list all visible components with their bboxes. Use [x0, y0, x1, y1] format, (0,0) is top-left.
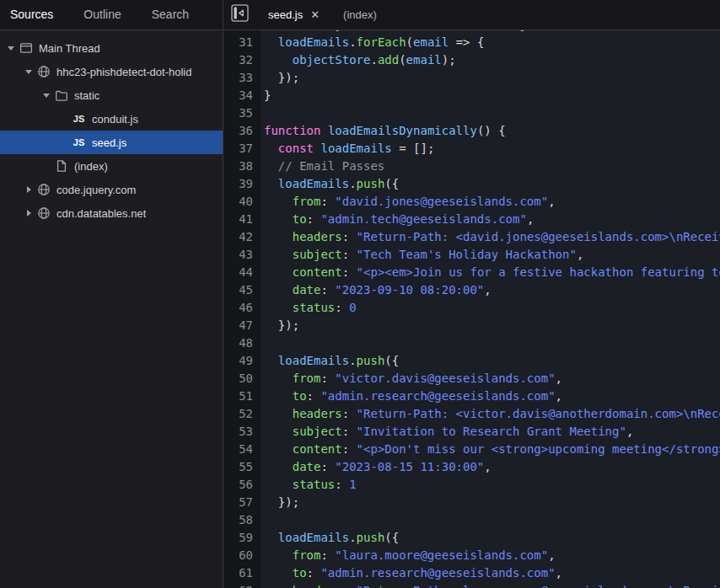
code-line[interactable]: to: "admin.research@geeseislands.com",	[261, 388, 562, 405]
code-token	[320, 124, 327, 137]
file-tab-index[interactable]: (index)	[331, 0, 389, 29]
line-number[interactable]: 37	[223, 140, 261, 158]
line-number[interactable]: 31	[223, 34, 261, 51]
code-token	[264, 301, 293, 314]
sidebar-item-hhc23-phishdetect-dot-holid[interactable]: hhc23-phishdetect-dot-holid	[0, 60, 223, 83]
line-number[interactable]: 36	[223, 122, 261, 140]
line-number[interactable]: 43	[223, 246, 261, 264]
code-line[interactable]: date: "2023-08-15 11:30:00",	[261, 458, 492, 476]
code-line[interactable]: to: "admin.tech@geeseislands.com",	[261, 211, 534, 228]
line-number[interactable]: 62	[223, 582, 261, 588]
line-number[interactable]: 59	[223, 529, 261, 547]
panel-tab-sources[interactable]: Sources	[0, 0, 68, 29]
code-line[interactable]: loadEmails.forEach(email => {	[261, 34, 484, 51]
line-number[interactable]: 50	[223, 370, 261, 388]
code-token	[264, 177, 278, 190]
line-number[interactable]: 46	[223, 299, 261, 317]
line-number[interactable]: 57	[223, 494, 261, 511]
code-editor[interactable]: 30 const objectStore = transaction.objec…	[223, 30, 720, 588]
line-number[interactable]: 49	[223, 352, 261, 370]
code-line[interactable]: loadEmails.push({	[261, 175, 399, 193]
code-line[interactable]: loadEmails.push({	[261, 352, 399, 370]
code-line[interactable]: headers: "Return-Path: <victor.davis@ano…	[261, 405, 720, 423]
sidebar-item-cdn-datatables-net[interactable]: cdn.datatables.net	[0, 201, 223, 225]
code-line[interactable]: }	[261, 87, 271, 104]
code-line[interactable]: from: "david.jones@geeseislands.com",	[261, 193, 556, 211]
code-token: ({	[384, 531, 399, 544]
code-line[interactable]: // Email Passes	[261, 158, 384, 175]
line-number[interactable]: 54	[223, 441, 261, 458]
sidebar-item-code-jquery-com[interactable]: code.jquery.com	[0, 178, 223, 201]
line-number[interactable]: 41	[223, 211, 261, 228]
code-line[interactable]: content: "<p>Don't miss our <strong>upco…	[261, 441, 720, 458]
line-number[interactable]: 34	[223, 87, 261, 104]
close-tab-icon[interactable]: ✕	[310, 9, 320, 20]
code-line[interactable]	[261, 511, 264, 529]
line-number[interactable]: 61	[223, 564, 261, 582]
code-line[interactable]: });	[261, 494, 299, 511]
file-tab-seed-js[interactable]: seed.js✕	[256, 0, 331, 29]
sidebar-item-seed-js[interactable]: JSseed.js	[0, 131, 223, 154]
chevron-down-icon[interactable]	[21, 65, 36, 78]
line-number[interactable]: 52	[223, 405, 261, 423]
sidebar-item-conduit-js[interactable]: JSconduit.js	[0, 107, 223, 131]
sidebar-item-index[interactable]: (index)	[0, 154, 223, 178]
line-number[interactable]: 56	[223, 476, 261, 494]
code-line[interactable]: status: 1	[261, 476, 357, 494]
code-line[interactable]: date: "2023-09-10 08:20:00",	[261, 281, 492, 299]
line-number[interactable]: 51	[223, 388, 261, 405]
code-line[interactable]: });	[261, 317, 299, 334]
code-token: headers	[293, 230, 342, 243]
sidebar-item-main-thread[interactable]: Main Thread	[0, 36, 223, 60]
line-number[interactable]: 48	[223, 334, 261, 352]
code-line[interactable]: subject: "Invitation to Research Grant M…	[261, 423, 633, 441]
line-number[interactable]: 45	[223, 281, 261, 299]
code-token: 1	[349, 478, 356, 491]
code-line[interactable]: });	[261, 69, 299, 87]
code-line[interactable]: from: "victor.davis@geeseislands.com",	[261, 370, 562, 388]
chevron-down-icon[interactable]	[39, 88, 54, 102]
chevron-right-icon[interactable]	[21, 183, 36, 196]
code-line[interactable]: function loadEmailsDynamically() {	[261, 122, 506, 140]
code-line[interactable]: from: "laura.moore@geeseislands.com",	[261, 547, 556, 564]
line-number[interactable]: 38	[223, 158, 261, 175]
code-line[interactable]: headers: "Return-Path: <david.jones@gees…	[261, 228, 720, 246]
code-line[interactable]: subject: "Tech Team's Holiday Hackathon"…	[261, 246, 583, 264]
line-number[interactable]: 60	[223, 547, 261, 564]
code-line[interactable]	[261, 104, 264, 122]
line-number[interactable]: 58	[223, 511, 261, 529]
line-number[interactable]: 47	[223, 317, 261, 334]
code-token: push	[357, 531, 385, 544]
code-line[interactable]: status: 0	[261, 299, 357, 317]
line-number[interactable]: 35	[223, 104, 261, 122]
line-number[interactable]: 55	[223, 458, 261, 476]
code-line[interactable]: objectStore.add(email);	[261, 51, 456, 69]
code-token: ({	[384, 177, 399, 190]
line-number[interactable]: 42	[223, 228, 261, 246]
devtools-debugger-panel: SourcesOutlineSearch seed.js✕(index) Mai…	[0, 0, 720, 588]
code-token	[264, 389, 293, 403]
code-line[interactable]: loadEmails.push({	[261, 529, 399, 547]
collapse-sources-pane-button[interactable]	[230, 6, 249, 24]
line-number[interactable]: 40	[223, 193, 261, 211]
line-number[interactable]: 53	[223, 423, 261, 441]
code-token: ,	[548, 548, 555, 562]
code-token: content	[293, 265, 342, 279]
chevron-down-icon[interactable]	[3, 41, 19, 55]
panel-tab-search[interactable]: Search	[137, 0, 204, 29]
code-line[interactable]: content: "<p><em>Join us for a festive h…	[261, 264, 720, 281]
code-token: "admin.research@geeseislands.com"	[320, 566, 555, 580]
panel-tab-outline[interactable]: Outline	[68, 0, 136, 29]
code-line[interactable]: headers: "Return-Path: <laura.moore@gees…	[261, 582, 720, 588]
sidebar-item-static[interactable]: static	[0, 83, 223, 107]
line-number[interactable]: 32	[223, 51, 261, 69]
line-number[interactable]: 44	[223, 264, 261, 281]
line-number[interactable]: 39	[223, 175, 261, 193]
code-line[interactable]	[261, 334, 264, 352]
code-token: ,	[484, 283, 491, 297]
code-line[interactable]: const loadEmails = [];	[261, 140, 434, 158]
chevron-right-icon[interactable]	[21, 206, 36, 220]
line-number[interactable]: 33	[223, 69, 261, 87]
code-token: :	[320, 372, 335, 385]
code-line[interactable]: to: "admin.research@geeseislands.com",	[261, 564, 562, 582]
